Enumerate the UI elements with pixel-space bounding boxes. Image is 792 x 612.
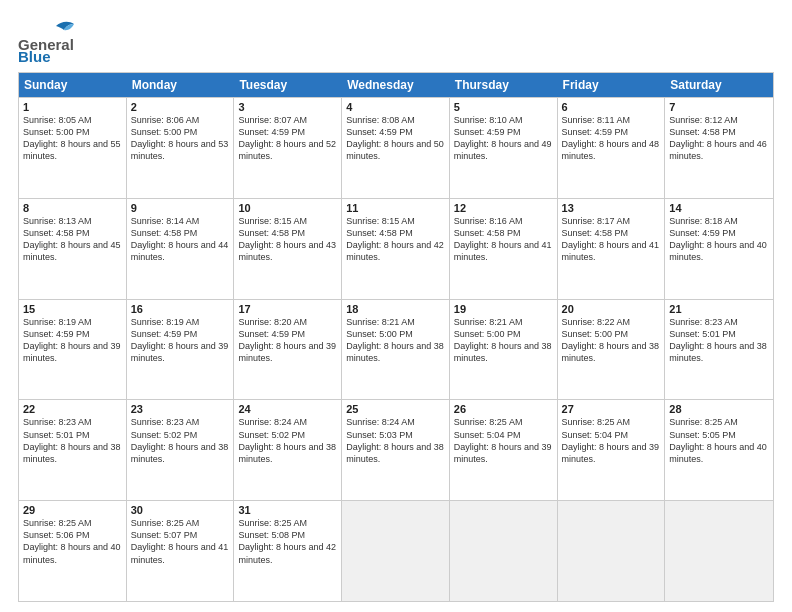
day-cell: 8 Sunrise: 8:13 AM Sunset: 4:58 PM Dayli… [19, 199, 127, 299]
day-cell: 5 Sunrise: 8:10 AM Sunset: 4:59 PM Dayli… [450, 98, 558, 198]
day-cell: 1 Sunrise: 8:05 AM Sunset: 5:00 PM Dayli… [19, 98, 127, 198]
day-info: Sunrise: 8:06 AM Sunset: 5:00 PM Dayligh… [131, 114, 230, 163]
day-info: Sunrise: 8:24 AM Sunset: 5:03 PM Dayligh… [346, 416, 445, 465]
day-number: 7 [669, 101, 769, 113]
day-cell: 3 Sunrise: 8:07 AM Sunset: 4:59 PM Dayli… [234, 98, 342, 198]
day-info: Sunrise: 8:18 AM Sunset: 4:59 PM Dayligh… [669, 215, 769, 264]
weekday-header: Saturday [665, 73, 773, 97]
day-number: 10 [238, 202, 337, 214]
day-number: 27 [562, 403, 661, 415]
day-number: 24 [238, 403, 337, 415]
day-number: 9 [131, 202, 230, 214]
day-cell: 14 Sunrise: 8:18 AM Sunset: 4:59 PM Dayl… [665, 199, 773, 299]
day-cell: 11 Sunrise: 8:15 AM Sunset: 4:58 PM Dayl… [342, 199, 450, 299]
day-number: 16 [131, 303, 230, 315]
day-number: 25 [346, 403, 445, 415]
day-cell: 21 Sunrise: 8:23 AM Sunset: 5:01 PM Dayl… [665, 300, 773, 400]
svg-text:Blue: Blue [18, 48, 51, 62]
weekday-header: Tuesday [234, 73, 342, 97]
day-cell: 19 Sunrise: 8:21 AM Sunset: 5:00 PM Dayl… [450, 300, 558, 400]
day-info: Sunrise: 8:12 AM Sunset: 4:58 PM Dayligh… [669, 114, 769, 163]
day-info: Sunrise: 8:17 AM Sunset: 4:58 PM Dayligh… [562, 215, 661, 264]
day-number: 18 [346, 303, 445, 315]
day-cell: 31 Sunrise: 8:25 AM Sunset: 5:08 PM Dayl… [234, 501, 342, 601]
day-info: Sunrise: 8:21 AM Sunset: 5:00 PM Dayligh… [346, 316, 445, 365]
empty-cell [342, 501, 450, 601]
day-info: Sunrise: 8:05 AM Sunset: 5:00 PM Dayligh… [23, 114, 122, 163]
day-cell: 10 Sunrise: 8:15 AM Sunset: 4:58 PM Dayl… [234, 199, 342, 299]
day-cell: 17 Sunrise: 8:20 AM Sunset: 4:59 PM Dayl… [234, 300, 342, 400]
day-number: 19 [454, 303, 553, 315]
weekday-header: Friday [558, 73, 666, 97]
logo-icon: General Blue [18, 18, 78, 62]
day-info: Sunrise: 8:25 AM Sunset: 5:08 PM Dayligh… [238, 517, 337, 566]
day-cell: 12 Sunrise: 8:16 AM Sunset: 4:58 PM Dayl… [450, 199, 558, 299]
weekday-header: Sunday [19, 73, 127, 97]
day-number: 21 [669, 303, 769, 315]
day-cell: 29 Sunrise: 8:25 AM Sunset: 5:06 PM Dayl… [19, 501, 127, 601]
day-info: Sunrise: 8:21 AM Sunset: 5:00 PM Dayligh… [454, 316, 553, 365]
day-info: Sunrise: 8:14 AM Sunset: 4:58 PM Dayligh… [131, 215, 230, 264]
logo: General Blue [18, 18, 78, 62]
day-info: Sunrise: 8:15 AM Sunset: 4:58 PM Dayligh… [346, 215, 445, 264]
day-info: Sunrise: 8:19 AM Sunset: 4:59 PM Dayligh… [23, 316, 122, 365]
day-number: 3 [238, 101, 337, 113]
day-info: Sunrise: 8:10 AM Sunset: 4:59 PM Dayligh… [454, 114, 553, 163]
day-cell: 26 Sunrise: 8:25 AM Sunset: 5:04 PM Dayl… [450, 400, 558, 500]
day-number: 17 [238, 303, 337, 315]
day-cell: 18 Sunrise: 8:21 AM Sunset: 5:00 PM Dayl… [342, 300, 450, 400]
day-number: 6 [562, 101, 661, 113]
page: General Blue SundayMondayTuesdayWednesda… [0, 0, 792, 612]
weekday-header: Monday [127, 73, 235, 97]
day-info: Sunrise: 8:25 AM Sunset: 5:05 PM Dayligh… [669, 416, 769, 465]
calendar-row: 8 Sunrise: 8:13 AM Sunset: 4:58 PM Dayli… [19, 198, 773, 299]
day-info: Sunrise: 8:25 AM Sunset: 5:04 PM Dayligh… [562, 416, 661, 465]
day-info: Sunrise: 8:19 AM Sunset: 4:59 PM Dayligh… [131, 316, 230, 365]
day-cell: 23 Sunrise: 8:23 AM Sunset: 5:02 PM Dayl… [127, 400, 235, 500]
day-number: 30 [131, 504, 230, 516]
day-cell: 4 Sunrise: 8:08 AM Sunset: 4:59 PM Dayli… [342, 98, 450, 198]
calendar-row: 29 Sunrise: 8:25 AM Sunset: 5:06 PM Dayl… [19, 500, 773, 601]
day-info: Sunrise: 8:15 AM Sunset: 4:58 PM Dayligh… [238, 215, 337, 264]
day-number: 4 [346, 101, 445, 113]
day-cell: 20 Sunrise: 8:22 AM Sunset: 5:00 PM Dayl… [558, 300, 666, 400]
day-cell: 27 Sunrise: 8:25 AM Sunset: 5:04 PM Dayl… [558, 400, 666, 500]
day-cell: 28 Sunrise: 8:25 AM Sunset: 5:05 PM Dayl… [665, 400, 773, 500]
day-number: 14 [669, 202, 769, 214]
day-number: 12 [454, 202, 553, 214]
day-number: 20 [562, 303, 661, 315]
day-number: 11 [346, 202, 445, 214]
day-cell: 6 Sunrise: 8:11 AM Sunset: 4:59 PM Dayli… [558, 98, 666, 198]
day-number: 29 [23, 504, 122, 516]
calendar: SundayMondayTuesdayWednesdayThursdayFrid… [18, 72, 774, 602]
day-number: 8 [23, 202, 122, 214]
empty-cell [665, 501, 773, 601]
day-cell: 7 Sunrise: 8:12 AM Sunset: 4:58 PM Dayli… [665, 98, 773, 198]
day-info: Sunrise: 8:25 AM Sunset: 5:04 PM Dayligh… [454, 416, 553, 465]
day-number: 31 [238, 504, 337, 516]
day-info: Sunrise: 8:23 AM Sunset: 5:01 PM Dayligh… [23, 416, 122, 465]
day-cell: 13 Sunrise: 8:17 AM Sunset: 4:58 PM Dayl… [558, 199, 666, 299]
day-info: Sunrise: 8:25 AM Sunset: 5:06 PM Dayligh… [23, 517, 122, 566]
day-info: Sunrise: 8:20 AM Sunset: 4:59 PM Dayligh… [238, 316, 337, 365]
day-number: 26 [454, 403, 553, 415]
calendar-row: 1 Sunrise: 8:05 AM Sunset: 5:00 PM Dayli… [19, 97, 773, 198]
weekday-header: Wednesday [342, 73, 450, 97]
calendar-body: 1 Sunrise: 8:05 AM Sunset: 5:00 PM Dayli… [19, 97, 773, 601]
empty-cell [450, 501, 558, 601]
calendar-header: SundayMondayTuesdayWednesdayThursdayFrid… [19, 73, 773, 97]
day-number: 28 [669, 403, 769, 415]
day-cell: 22 Sunrise: 8:23 AM Sunset: 5:01 PM Dayl… [19, 400, 127, 500]
calendar-row: 15 Sunrise: 8:19 AM Sunset: 4:59 PM Dayl… [19, 299, 773, 400]
day-info: Sunrise: 8:25 AM Sunset: 5:07 PM Dayligh… [131, 517, 230, 566]
day-number: 15 [23, 303, 122, 315]
day-cell: 9 Sunrise: 8:14 AM Sunset: 4:58 PM Dayli… [127, 199, 235, 299]
day-number: 23 [131, 403, 230, 415]
day-info: Sunrise: 8:16 AM Sunset: 4:58 PM Dayligh… [454, 215, 553, 264]
empty-cell [558, 501, 666, 601]
day-info: Sunrise: 8:23 AM Sunset: 5:02 PM Dayligh… [131, 416, 230, 465]
weekday-header: Thursday [450, 73, 558, 97]
header: General Blue [18, 18, 774, 62]
day-cell: 16 Sunrise: 8:19 AM Sunset: 4:59 PM Dayl… [127, 300, 235, 400]
day-info: Sunrise: 8:22 AM Sunset: 5:00 PM Dayligh… [562, 316, 661, 365]
